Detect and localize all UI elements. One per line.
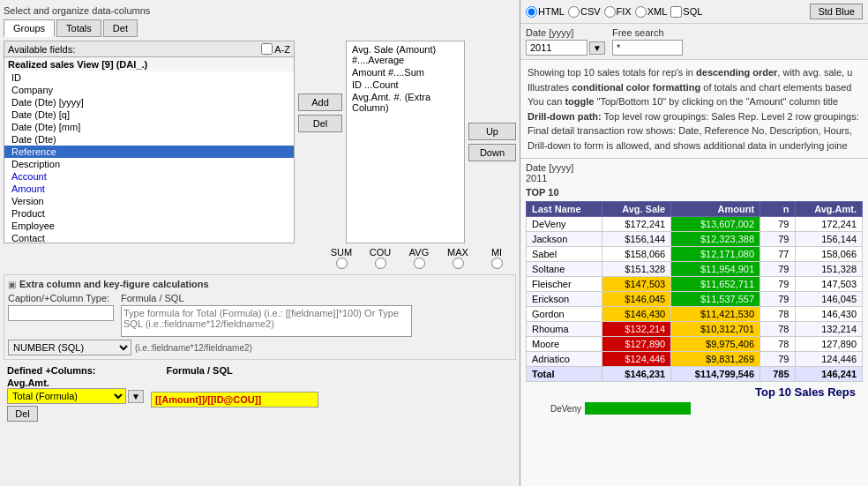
cell-amount: $12,323,388 <box>671 232 760 247</box>
date-dropdown-arrow[interactable]: ▼ <box>589 41 605 55</box>
table-row[interactable]: Soltane $151,328 $11,954,901 79 151,328 <box>527 262 863 277</box>
tab-totals[interactable]: Totals <box>56 19 101 37</box>
del-defined-button[interactable]: Del <box>7 406 38 422</box>
total-avgsale: $146,231 <box>602 367 671 382</box>
cell-n: 79 <box>760 232 795 247</box>
cell-avgamt: 147,503 <box>795 277 863 292</box>
field-item-account[interactable]: Account <box>4 170 294 183</box>
fix-radio[interactable] <box>604 6 616 18</box>
std-blue-button[interactable]: Std Blue <box>810 4 863 19</box>
selected-item-1[interactable]: Amount #....Sum <box>348 66 462 79</box>
selected-item-3[interactable]: Avg.Amt. #. (Extra Column) <box>348 91 462 114</box>
total-row: Total $146,231 $114,799,546 785 146,241 <box>527 367 863 382</box>
table-row[interactable]: Jackson $156,144 $12,323,388 79 156,144 <box>527 232 863 247</box>
data-area: Date [yyyy] 2011 TOP 10 Last Name Avg. S… <box>520 159 868 486</box>
xml-radio[interactable] <box>635 6 647 18</box>
field-group-header: Realized sales View [9] (DAI_.) <box>4 57 294 71</box>
cell-avgsale: $156,144 <box>602 232 671 247</box>
field-item-reference[interactable]: Reference <box>4 146 294 158</box>
cell-avgamt: 158,066 <box>795 247 863 262</box>
cell-n: 78 <box>760 322 795 337</box>
cell-n: 77 <box>760 247 795 262</box>
add-del-buttons: Add Del <box>298 41 342 243</box>
field-item-date[interactable]: Date (Dte) <box>4 133 294 146</box>
field-item-amount[interactable]: Amount <box>4 183 294 195</box>
selected-item-2[interactable]: ID ...Count <box>348 79 462 91</box>
cell-avgsale: $146,045 <box>602 292 671 307</box>
az-checkbox[interactable] <box>261 43 273 55</box>
agg-mi-radio[interactable] <box>491 258 503 269</box>
agg-avg-radio[interactable] <box>414 258 425 269</box>
caption-input[interactable] <box>8 305 114 321</box>
table-row[interactable]: Adriatico $124,446 $9,831,269 79 124,446 <box>527 352 863 367</box>
table-row[interactable]: Sabel $158,066 $12,171,080 77 158,066 <box>527 247 863 262</box>
cell-avgamt: 124,446 <box>795 352 863 367</box>
selected-item-0[interactable]: Avg. Sale (Amount) #....Average <box>348 43 462 66</box>
cell-name: Gordon <box>527 307 602 322</box>
cell-n: 78 <box>760 307 795 322</box>
field-item-product[interactable]: Product <box>4 207 294 220</box>
dropdown-arrow[interactable]: ▼ <box>128 390 144 403</box>
field-item-contact[interactable]: Contact <box>4 232 294 243</box>
cell-avgsale: $158,066 <box>602 247 671 262</box>
table-row[interactable]: Erickson $146,045 $11,537,557 79 146,045 <box>527 292 863 307</box>
add-button[interactable]: Add <box>298 93 342 111</box>
free-search-input[interactable] <box>612 40 683 56</box>
tab-det[interactable]: Det <box>103 19 138 37</box>
tab-groups[interactable]: Groups <box>4 19 55 37</box>
cell-n: 78 <box>760 337 795 352</box>
extra-column-section: ▣ Extra column and key-figure calculatio… <box>4 274 516 360</box>
down-button[interactable]: Down <box>468 144 516 161</box>
type-select[interactable]: NUMBER (SQL) TEXT DATE <box>8 340 131 355</box>
cell-avgsale: $147,503 <box>602 277 671 292</box>
col-avgamt: Avg.Amt. <box>795 202 863 217</box>
formula-label-extra: Formula / SQL <box>121 293 512 303</box>
cell-name: Jackson <box>527 232 602 247</box>
table-row[interactable]: Fleischer $147,503 $11,652,711 79 147,50… <box>527 277 863 292</box>
field-item-date-q[interactable]: Date (Dte) [q] <box>4 108 294 121</box>
field-item-id[interactable]: ID <box>4 71 294 84</box>
agg-max-radio[interactable] <box>453 258 464 269</box>
field-item-employee[interactable]: Employee <box>4 220 294 232</box>
available-fields-list: Realized sales View [9] (DAI_.) ID Compa… <box>4 56 295 243</box>
chart-deveny-label: DeVeny <box>533 404 581 414</box>
agg-sum-radio[interactable] <box>336 258 348 269</box>
table-row[interactable]: Moore $127,890 $9,975,406 78 127,890 <box>527 337 863 352</box>
cell-name: Fleischer <box>527 277 602 292</box>
field-item-description[interactable]: Description <box>4 158 294 170</box>
sql-checkbox[interactable] <box>670 6 682 18</box>
html-radio[interactable] <box>526 6 537 18</box>
col-amount[interactable]: Amount <box>671 202 760 217</box>
table-row[interactable]: Gordon $146,430 $11,421,530 78 146,430 <box>527 307 863 322</box>
formula-textarea[interactable] <box>121 305 412 337</box>
del-button[interactable]: Del <box>298 115 342 132</box>
caption-label: Caption/+Column Type: <box>8 293 114 303</box>
total-avgamt: 146,241 <box>795 367 863 382</box>
cell-avgsale: $124,446 <box>602 352 671 367</box>
field-item-version[interactable]: Version <box>4 195 294 207</box>
date-input[interactable] <box>526 40 587 56</box>
table-row[interactable]: DeVeny $172,241 $13,607,002 79 172,241 <box>527 217 863 232</box>
col-lastname[interactable]: Last Name <box>527 202 602 217</box>
cell-amount: $11,537,557 <box>671 292 760 307</box>
chart-deveny-bar <box>585 402 691 415</box>
cell-amount: $10,312,701 <box>671 322 760 337</box>
field-item-date-mm[interactable]: Date (Dte) [mm] <box>4 121 294 133</box>
field-item-date-yyyy[interactable]: Date (Dte) [yyyy] <box>4 96 294 108</box>
cell-amount: $11,421,530 <box>671 307 760 322</box>
formula-input[interactable] <box>151 392 318 407</box>
agg-cou-radio[interactable] <box>375 258 386 269</box>
csv-radio[interactable] <box>568 6 580 18</box>
table-row[interactable]: Rhouma $132,214 $10,312,701 78 132,214 <box>527 322 863 337</box>
field-item-company[interactable]: Company <box>4 84 294 96</box>
cell-name: Erickson <box>527 292 602 307</box>
collapse-icon: ▣ <box>8 280 16 289</box>
up-button[interactable]: Up <box>468 123 516 140</box>
col-avgsale[interactable]: Avg. Sale <box>602 202 671 217</box>
extra-column-header[interactable]: ▣ Extra column and key-figure calculatio… <box>8 279 512 289</box>
chart-title: Top 10 Sales Reps <box>533 385 856 399</box>
total-formula-select[interactable]: Total (Formula) <box>7 388 126 404</box>
cell-n: 79 <box>760 217 795 232</box>
cell-avgsale: $146,430 <box>602 307 671 322</box>
cell-avgamt: 146,430 <box>795 307 863 322</box>
